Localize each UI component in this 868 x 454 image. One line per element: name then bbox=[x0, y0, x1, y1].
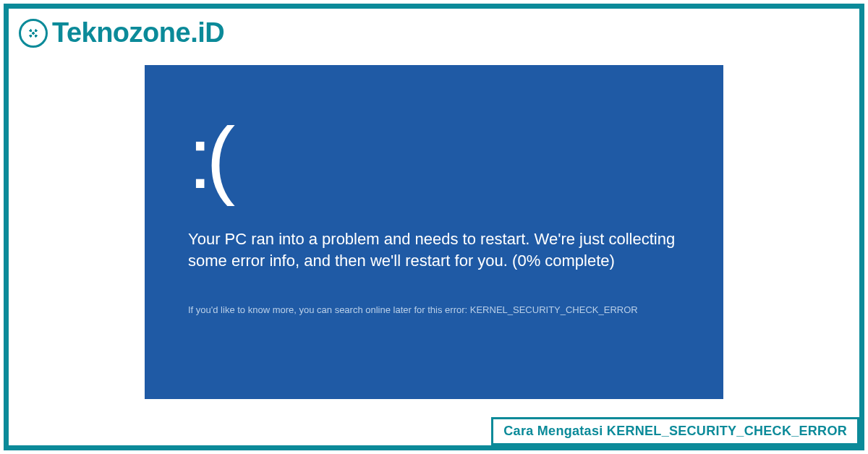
bsod-message: Your PC ran into a problem and needs to … bbox=[188, 228, 680, 271]
sad-face-icon: :( bbox=[188, 123, 680, 192]
bsod-panel: :( Your PC ran into a problem and needs … bbox=[145, 65, 723, 399]
bsod-hint: If you'd like to know more, you can sear… bbox=[188, 304, 680, 315]
site-logo: Teknozone.iD bbox=[19, 17, 224, 48]
brain-chip-icon bbox=[19, 19, 48, 48]
article-caption: Cara Mengatasi KERNEL_SECURITY_CHECK_ERR… bbox=[491, 417, 859, 445]
brand-name: Teknozone.iD bbox=[52, 17, 224, 48]
